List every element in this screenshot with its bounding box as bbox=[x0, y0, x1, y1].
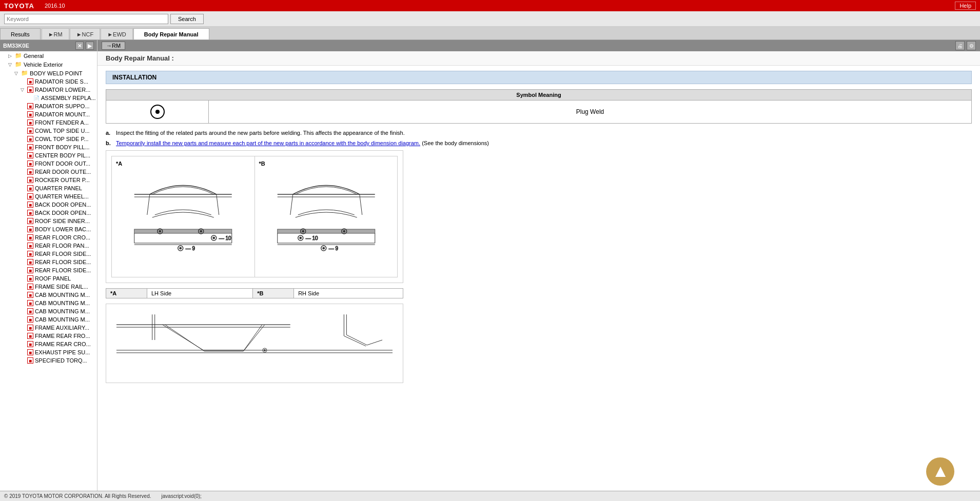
red-doc-icon: ■ bbox=[27, 267, 33, 273]
sidebar-item-general[interactable]: ▷ 📁 General bbox=[0, 51, 97, 60]
settings-icon-button[interactable]: ⚙ bbox=[967, 41, 976, 50]
sidebar-item-rear-floor-pan[interactable]: ■ REAR FLOOR PAN... bbox=[0, 242, 97, 250]
sidebar-item-quarter-wheel[interactable]: ■ QUARTER WHEEL... bbox=[0, 192, 97, 201]
sidebar-item-label: RADIATOR SIDE S... bbox=[35, 78, 88, 85]
tab-ncf[interactable]: ►NCF bbox=[70, 28, 101, 39]
svg-point-25 bbox=[302, 230, 304, 232]
sidebar-item-rocker-outer[interactable]: ■ ROCKER OUTER P... bbox=[0, 176, 97, 184]
nav-arrow-icon bbox=[933, 464, 948, 479]
svg-line-2 bbox=[147, 194, 150, 215]
sidebar-item-label: REAR FLOOR PAN... bbox=[35, 243, 89, 249]
sidebar-item-specified-torq[interactable]: ■ SPECIFIED TORQ... bbox=[0, 356, 97, 365]
sidebar-item-cab-mounting-2[interactable]: ■ CAB MOUNTING M... bbox=[0, 299, 97, 307]
sidebar-item-radiator-suppo[interactable]: ■ RADIATOR SUPPO... bbox=[0, 102, 97, 110]
rm-link-button[interactable]: →RM bbox=[102, 42, 125, 50]
sidebar-item-quarter-panel[interactable]: ■ QUARTER PANEL bbox=[0, 184, 97, 192]
sidebar-item-rear-floor-side2[interactable]: ■ REAR FLOOR SIDE... bbox=[0, 258, 97, 266]
sidebar-item-label: BACK DOOR OPEN... bbox=[35, 210, 91, 216]
sidebar-item-cab-mounting-1[interactable]: ■ CAB MOUNTING M... bbox=[0, 291, 97, 299]
sidebar-item-front-door-out[interactable]: ■ FRONT DOOR OUT... bbox=[0, 159, 97, 168]
red-doc-icon: ■ bbox=[27, 78, 33, 85]
red-doc-icon: ■ bbox=[27, 144, 33, 150]
search-input[interactable] bbox=[4, 14, 168, 24]
sidebar-item-exhaust-pipe[interactable]: ■ EXHAUST PIPE SU... bbox=[0, 348, 97, 356]
sidebar-item-label: REAR FLOOR CRO... bbox=[35, 234, 90, 241]
sidebar-item-cab-mounting-3[interactable]: ■ CAB MOUNTING M... bbox=[0, 307, 97, 315]
diagram-svg-a: — 10 — 9 bbox=[116, 169, 250, 271]
version-label: 2016.10 bbox=[45, 3, 65, 9]
red-doc-icon: ■ bbox=[27, 177, 33, 183]
sidebar-arrow-button[interactable]: ▶ bbox=[86, 42, 94, 50]
sidebar: BM33K0E ✕ ▶ ▷ 📁 General ▽ 📁 Vehicle Exte… bbox=[0, 40, 97, 491]
toolbar-right: 🖨 ⚙ bbox=[955, 41, 976, 50]
sidebar-item-label: BODY LOWER BAC... bbox=[35, 226, 91, 232]
sidebar-item-roof-panel[interactable]: ■ ROOF PANEL bbox=[0, 274, 97, 283]
red-doc-icon: ■ bbox=[27, 308, 33, 314]
sidebar-item-radiator-mount[interactable]: ■ RADIATOR MOUNT... bbox=[0, 110, 97, 118]
sidebar-item-cowl-top-u[interactable]: ■ COWL TOP SIDE U... bbox=[0, 127, 97, 135]
tab-rm[interactable]: ►RM bbox=[42, 28, 69, 39]
red-doc-icon: ■ bbox=[27, 300, 33, 306]
sidebar-item-label: FRONT FENDER A... bbox=[35, 119, 89, 126]
red-doc-icon: ■ bbox=[27, 136, 33, 142]
caption-b-value: RH Side bbox=[294, 289, 403, 298]
diagram-label-b: *B bbox=[259, 161, 394, 167]
red-doc-icon: ■ bbox=[27, 103, 33, 109]
sidebar-item-radiator-lower[interactable]: ▽ ■ RADIATOR LOWER... bbox=[0, 86, 97, 94]
instruction-link-b[interactable]: Temporarily install the new parts and me… bbox=[116, 140, 420, 146]
red-doc-icon: ■ bbox=[27, 333, 33, 339]
sidebar-close-button[interactable]: ✕ bbox=[75, 42, 84, 50]
sidebar-item-body-lower-bac[interactable]: ■ BODY LOWER BAC... bbox=[0, 225, 97, 233]
red-doc-icon: ■ bbox=[27, 161, 33, 167]
sidebar-item-front-body-pill[interactable]: ■ FRONT BODY PILL... bbox=[0, 143, 97, 151]
sidebar-item-radiator-side-s[interactable]: ■ RADIATOR SIDE S... bbox=[0, 77, 97, 86]
svg-rect-23 bbox=[277, 229, 375, 233]
svg-point-27 bbox=[343, 230, 345, 232]
sidebar-item-label: RADIATOR LOWER... bbox=[35, 87, 90, 93]
sidebar-item-back-door-open1[interactable]: ■ BACK DOOR OPEN... bbox=[0, 201, 97, 209]
sidebar-item-center-body-pil[interactable]: ■ CENTER BODY PIL... bbox=[0, 151, 97, 159]
sidebar-item-rear-floor-side3[interactable]: ■ REAR FLOOR SIDE... bbox=[0, 266, 97, 274]
svg-point-45 bbox=[264, 349, 265, 351]
sidebar-item-frame-rear-cro[interactable]: ■ FRAME REAR CRO... bbox=[0, 340, 97, 348]
sidebar-item-label: CAB MOUNTING M... bbox=[35, 308, 90, 314]
sidebar-item-cowl-top-p[interactable]: ■ COWL TOP SIDE P... bbox=[0, 135, 97, 143]
breadcrumb-label: Body Repair Manual : bbox=[106, 54, 174, 62]
sidebar-item-label: RADIATOR SUPPO... bbox=[35, 103, 90, 109]
sidebar-item-body-weld[interactable]: ▽ 📁 BODY WELD POINT bbox=[0, 69, 97, 77]
diagram1-container: *A bbox=[106, 150, 403, 283]
sidebar-item-label: FRONT BODY PILL... bbox=[35, 144, 90, 150]
caption-b-key: *B bbox=[253, 289, 294, 298]
sidebar-item-label: CAB MOUNTING M... bbox=[35, 292, 90, 298]
sidebar-item-front-fender[interactable]: ■ FRONT FENDER A... bbox=[0, 118, 97, 127]
tab-body-repair[interactable]: Body Repair Manual bbox=[133, 28, 209, 39]
sidebar-item-back-door-open2[interactable]: ■ BACK DOOR OPEN... bbox=[0, 209, 97, 217]
tab-results[interactable]: Results bbox=[0, 28, 41, 39]
sidebar-item-cab-mounting-4[interactable]: ■ CAB MOUNTING M... bbox=[0, 315, 97, 324]
print-icon-button[interactable]: 🖨 bbox=[955, 41, 965, 50]
sidebar-item-frame-auxiliary[interactable]: ■ FRAME AUXILIARY... bbox=[0, 324, 97, 332]
sidebar-item-label: QUARTER WHEEL... bbox=[35, 193, 89, 199]
sidebar-item-roof-side-inner[interactable]: ■ ROOF SIDE INNER... bbox=[0, 217, 97, 225]
sidebar-item-frame-side-rail[interactable]: ■ FRAME SIDE RAIL... bbox=[0, 283, 97, 291]
help-button[interactable]: Help bbox=[955, 2, 976, 10]
sidebar-item-rear-floor-cro[interactable]: ■ REAR FLOOR CRO... bbox=[0, 233, 97, 242]
sidebar-item-label: CAB MOUNTING M... bbox=[35, 316, 90, 323]
toyota-logo: TOYOTA bbox=[4, 2, 34, 10]
sidebar-item-label: FRAME REAR CRO... bbox=[35, 341, 91, 347]
sidebar-item-rear-door-oute[interactable]: ■ REAR DOOR OUTE... bbox=[0, 168, 97, 176]
sidebar-item-assembly-repla[interactable]: 📄 ASSEMBLY REPLA... bbox=[0, 94, 97, 102]
expand-icon: ▽ bbox=[8, 62, 13, 67]
red-doc-icon: ■ bbox=[27, 325, 33, 331]
red-doc-icon: ■ bbox=[27, 284, 33, 290]
sidebar-item-vehicle-exterior[interactable]: ▽ 📁 Vehicle Exterior bbox=[0, 60, 97, 69]
search-bar: Search bbox=[0, 11, 980, 27]
sidebar-item-label: CAB MOUNTING M... bbox=[35, 300, 90, 306]
tab-ewd[interactable]: ►EWD bbox=[101, 28, 133, 39]
sidebar-item-frame-rear-fro[interactable]: ■ FRAME REAR FRO... bbox=[0, 332, 97, 340]
sidebar-item-rear-floor-side1[interactable]: ■ REAR FLOOR SIDE... bbox=[0, 250, 97, 258]
expand-icon: ▷ bbox=[8, 53, 13, 58]
sidebar-item-label: COWL TOP SIDE U... bbox=[35, 128, 90, 134]
toyota-nav-circle-button[interactable] bbox=[926, 457, 954, 486]
search-button[interactable]: Search bbox=[170, 14, 204, 24]
